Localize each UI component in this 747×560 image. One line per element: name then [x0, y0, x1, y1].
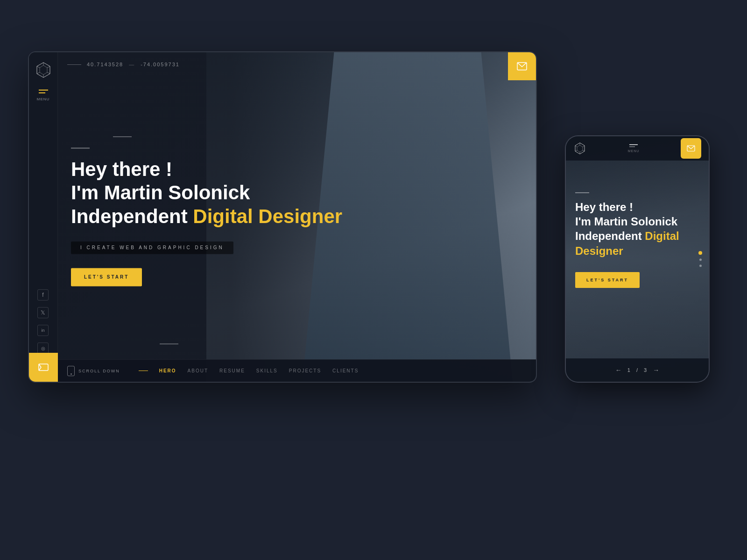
coord-lat: 40.7143528 [87, 62, 123, 67]
mobile-dot-active[interactable] [698, 251, 702, 255]
mobile-dot-2[interactable] [699, 259, 702, 261]
mobile-line3-prefix: Independent [575, 230, 645, 242]
coord-divider-left [67, 64, 81, 65]
svg-marker-1 [40, 65, 47, 75]
svg-line-17 [575, 146, 577, 147]
hero-title: Hey there ! I'm Martin Solonick Independ… [71, 158, 342, 228]
mobile-dot-nav [698, 251, 702, 267]
mobile-line2: I'm Martin Solonick [575, 214, 699, 229]
hero-line3-highlight: Digital Designer [193, 205, 342, 227]
desktop-mockup: MENU f 𝕏 in ◎ 40.7143528 — -74.0059731 [28, 51, 537, 383]
coordinates: 40.7143528 — -74.0059731 [67, 62, 180, 67]
hero-line2: I'm Martin Solonick [71, 182, 342, 205]
mobile-menu-section[interactable]: MENU [628, 144, 640, 153]
mobile-logo [573, 142, 586, 155]
svg-line-6 [37, 72, 40, 74]
phone-dot [70, 373, 72, 375]
linkedin-icon[interactable]: in [37, 325, 49, 336]
svg-line-16 [575, 150, 577, 151]
mobile-title: Hey there ! I'm Martin Solonick Independ… [575, 200, 699, 258]
hero-line-top [113, 136, 132, 137]
nav-dash-hero [139, 371, 148, 371]
mobile-dot-3[interactable] [699, 265, 702, 267]
instagram-icon[interactable]: ◎ [37, 343, 49, 354]
mobile-line1: Hey there ! [575, 200, 699, 214]
mobile-hero-content: Hey there ! I'm Martin Solonick Independ… [575, 192, 699, 288]
hero-subtitle: I CREATE WEB AND GRAPHIC DESIGN [71, 242, 233, 254]
mobile-email-button[interactable] [681, 138, 701, 159]
nav-dash [139, 371, 148, 371]
mobile-top-bar: MENU [566, 136, 709, 161]
cta-button[interactable]: LET'S START [71, 268, 142, 287]
svg-marker-11 [577, 145, 583, 152]
svg-rect-9 [39, 364, 48, 371]
pagination-separator: / [636, 367, 638, 373]
phone-icon [67, 366, 75, 376]
svg-line-3 [47, 66, 50, 68]
sidebar-logo[interactable] [35, 62, 52, 78]
menu-label: MENU [37, 97, 50, 101]
nav-links: HERO ABOUT RESUME SKILLS PROJECTS CLIENT… [139, 368, 359, 373]
mobile-divider [575, 192, 589, 193]
scroll-label: SCROLL DOWN [78, 369, 120, 373]
twitter-icon[interactable]: 𝕏 [37, 307, 49, 318]
mobile-line4: Designer [575, 244, 699, 258]
mobile-menu-label: MENU [628, 149, 640, 153]
svg-line-7 [37, 66, 40, 68]
svg-line-13 [583, 146, 585, 147]
pagination-next[interactable]: → [653, 366, 659, 374]
pagination-current: 1 [627, 367, 631, 373]
facebook-icon[interactable]: f [37, 289, 49, 301]
mobile-line3: Independent Digital [575, 229, 699, 243]
coord-separator: — [129, 62, 135, 67]
hero-line1: Hey there ! [71, 158, 342, 181]
sidebar-menu-section[interactable]: MENU [37, 90, 50, 101]
bottom-nav-bar: SCROLL DOWN HERO ABOUT RESUME SKILLS [58, 359, 536, 382]
nav-link-projects[interactable]: PROJECTS [289, 368, 321, 373]
top-bar: 40.7143528 — -74.0059731 [58, 52, 536, 77]
nav-link-about[interactable]: ABOUT [188, 368, 208, 373]
scroll-down: SCROLL DOWN [67, 366, 120, 376]
hamburger-icon[interactable] [39, 90, 48, 93]
bottom-expand-button[interactable] [29, 353, 58, 382]
nav-link-skills[interactable]: SKILLS [256, 368, 278, 373]
hero-divider [71, 147, 90, 148]
pagination-total: 3 [644, 367, 647, 373]
hero-line3-prefix: Independent [71, 205, 193, 227]
svg-line-4 [47, 72, 50, 74]
email-button[interactable] [508, 52, 536, 80]
mobile-cta-button[interactable]: LET'S START [575, 272, 640, 288]
nav-link-clients[interactable]: CLIENTS [332, 368, 359, 373]
mobile-mockup: MENU Hey there ! I'm Martin Solonick Ind… [565, 135, 710, 383]
mobile-pagination: ← 1 / 3 → [566, 358, 709, 382]
mobile-line3-highlight: Digital [645, 230, 679, 242]
pagination-prev[interactable]: ← [615, 366, 622, 374]
svg-line-14 [583, 150, 585, 151]
nav-link-hero[interactable]: HERO [159, 368, 176, 373]
social-icons: f 𝕏 in ◎ [37, 289, 49, 354]
coord-lon: -74.0059731 [141, 62, 180, 67]
hero-content: Hey there ! I'm Martin Solonick Independ… [71, 147, 342, 286]
mobile-hamburger-icon[interactable] [629, 144, 638, 148]
hero-line3: Independent Digital Designer [71, 205, 342, 228]
hero-line-bottom [160, 343, 178, 344]
nav-link-resume[interactable]: RESUME [219, 368, 245, 373]
desktop-sidebar: MENU f 𝕏 in ◎ [29, 52, 58, 382]
